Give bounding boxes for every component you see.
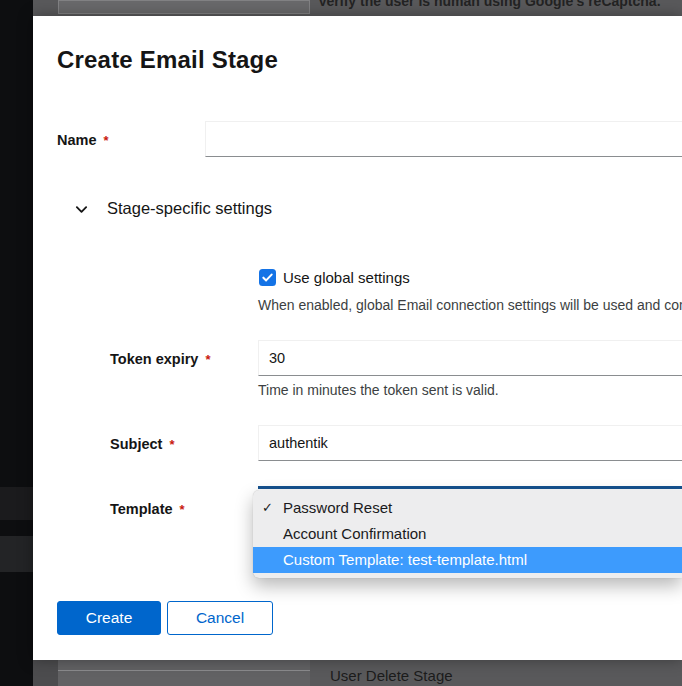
dropdown-option-account-confirmation[interactable]: Account Confirmation [253,521,682,547]
section-label: Stage-specific settings [107,199,272,218]
required-asterisk: * [169,437,174,452]
template-dropdown-menu: ✓ Password Reset Account Confirmation Cu… [253,490,682,578]
user-delete-stage-text: User Delete Stage [330,667,453,684]
background-top-text-clip: Verify the user is human using Google's … [318,0,682,12]
required-asterisk: * [205,352,210,367]
token-expiry-input[interactable] [258,340,682,376]
sidebar-item-shade [0,487,33,520]
modal-title: Create Email Stage [57,46,278,74]
subject-input[interactable] [258,425,682,461]
use-global-settings-label[interactable]: Use global settings [283,269,410,286]
create-email-stage-modal: Create Email Stage Name* Stage-specific … [33,16,682,660]
create-button[interactable]: Create [57,601,161,635]
use-global-settings-help: When enabled, global Email connection se… [258,297,682,313]
required-asterisk: * [180,502,185,517]
check-icon: ✓ [262,495,280,521]
background-divider [58,670,310,671]
dropdown-option-password-reset[interactable]: ✓ Password Reset [253,495,682,521]
token-expiry-help: Time in minutes the token sent is valid. [258,382,499,398]
name-label: Name* [57,132,109,148]
screen: Verify the user is human using Google's … [0,0,682,686]
subject-label: Subject* [110,436,174,452]
dropdown-option-custom-template[interactable]: Custom Template: test-template.html [253,547,682,573]
stage-specific-settings-toggle[interactable]: Stage-specific settings [75,199,272,218]
background-table-cell [58,660,310,686]
required-asterisk: * [104,133,109,148]
background-left-column [33,660,58,686]
template-select-focus-border[interactable] [258,486,682,489]
background-input-card [58,0,310,14]
name-input[interactable] [205,121,682,157]
use-global-settings-checkbox[interactable] [259,269,276,286]
check-icon [262,272,273,283]
sidebar-item-shade [0,536,33,572]
token-expiry-label: Token expiry* [110,351,210,367]
chevron-down-icon[interactable] [75,202,88,215]
app-sidebar [0,0,33,686]
template-label: Template* [110,501,185,517]
cancel-button[interactable]: Cancel [167,601,273,635]
recaptcha-help-text: Verify the user is human using Google's … [318,0,661,9]
